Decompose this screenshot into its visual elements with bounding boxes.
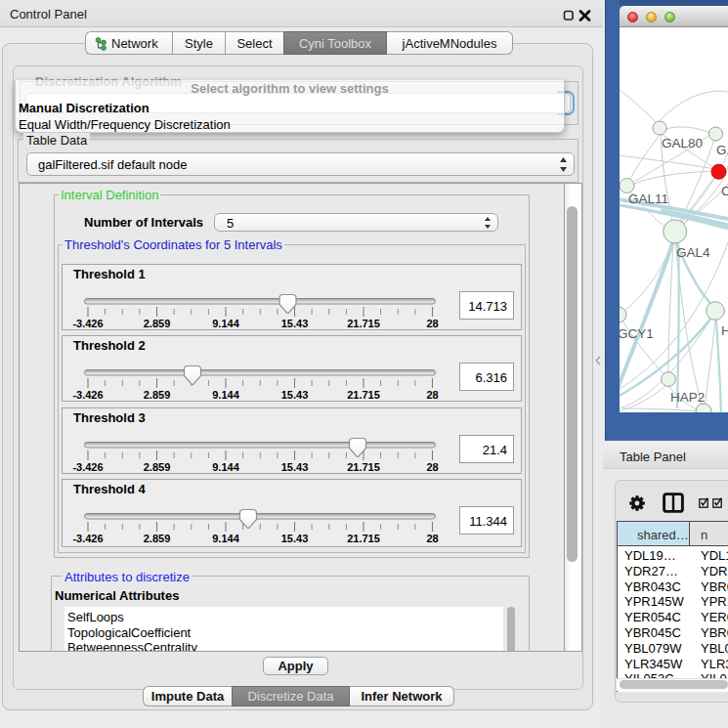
svg-text:C: C xyxy=(721,184,728,198)
svg-text:HAP2: HAP2 xyxy=(670,390,705,405)
svg-text:H: H xyxy=(721,323,728,338)
svg-text:GAL4: GAL4 xyxy=(676,245,710,260)
svg-text:GCY1: GCY1 xyxy=(620,326,654,341)
svg-text:GAL11: GAL11 xyxy=(628,192,668,206)
svg-text:GAL80: GAL80 xyxy=(662,136,703,150)
svg-text:G.: G. xyxy=(716,143,728,157)
